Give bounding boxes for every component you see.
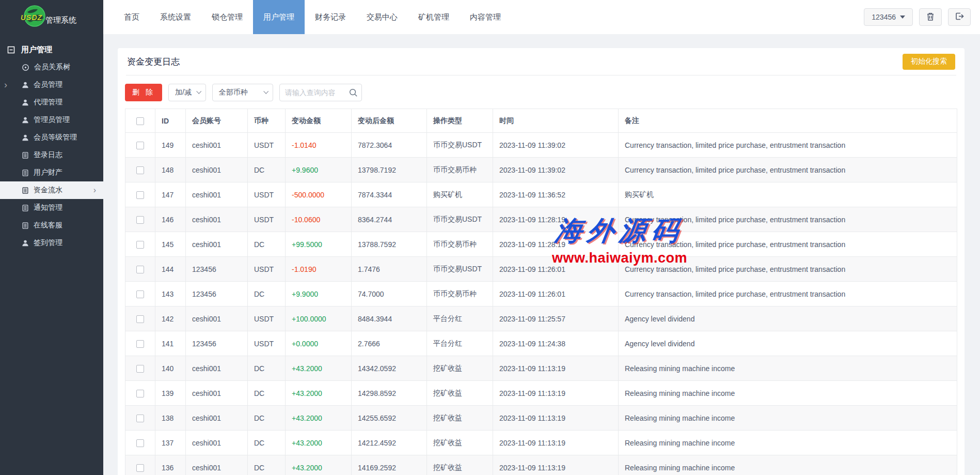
sidebar-item[interactable]: 资金流水› (0, 181, 103, 199)
row-select-cell (125, 381, 155, 406)
delete-button[interactable]: 删 除 (125, 84, 162, 101)
column-header: 时间 (493, 109, 619, 133)
cell-time: 2023-11-09 11:39:02 (493, 133, 619, 158)
table-row: 144123456USDT-1.01901.7476币币交易USDT2023-1… (125, 257, 957, 282)
header-divider (126, 75, 956, 75)
app-logo: USDZ 管理系统 (0, 0, 103, 34)
row-select-cell (125, 182, 155, 207)
column-header: 会员账号 (186, 109, 248, 133)
table-row: 137ceshi001DC+43.200014212.4592挖矿收益2023-… (125, 431, 957, 455)
cell-coin: DC (248, 381, 286, 406)
row-checkbox[interactable] (136, 290, 144, 298)
cell-coin: DC (248, 406, 286, 431)
nav-tab[interactable]: 首页 (114, 0, 150, 34)
sidebar-item[interactable]: 管理员管理 (0, 111, 103, 129)
row-checkbox[interactable] (136, 415, 144, 422)
nav-tab[interactable]: 内容管理 (460, 0, 511, 34)
cell-id: 141 (155, 331, 186, 356)
column-header: 操作类型 (427, 109, 493, 133)
cell-balance: 14255.6592 (352, 406, 427, 431)
nav-tab[interactable]: 交易中心 (356, 0, 408, 34)
select-all-checkbox[interactable] (136, 117, 144, 125)
sidebar-item[interactable]: 通知管理 (0, 199, 103, 217)
coin-filter-select[interactable]: 全部币种 (212, 84, 273, 101)
sidebar-item[interactable]: 会员关系树 (0, 58, 103, 76)
column-header: 变动金额 (286, 109, 352, 133)
sidebar-item[interactable]: 登录日志 (0, 146, 103, 164)
cell-account: ceshi001 (186, 431, 248, 455)
cell-coin: USDT (248, 257, 286, 282)
cell-account: ceshi001 (186, 133, 248, 158)
init-search-button[interactable]: 初始化搜索 (903, 54, 955, 70)
row-checkbox[interactable] (136, 142, 144, 149)
row-select-cell (125, 455, 155, 475)
cell-account: ceshi001 (186, 356, 248, 381)
cell-remark: Agency level dividend (619, 331, 957, 356)
sidebar-item[interactable]: 签到管理 (0, 234, 103, 252)
sidebar-item[interactable]: 会员等级管理 (0, 129, 103, 146)
trash-button[interactable] (919, 8, 942, 26)
target-icon (22, 64, 29, 71)
sidebar-item[interactable]: 在线客服 (0, 217, 103, 234)
row-checkbox[interactable] (136, 266, 144, 273)
row-checkbox[interactable] (136, 464, 144, 472)
top-nav: 首页系统设置锁仓管理用户管理财务记录交易中心矿机管理内容管理 (114, 0, 511, 34)
chevron-right-icon[interactable]: › (4, 80, 7, 90)
cell-time: 2023-11-09 11:25:57 (493, 307, 619, 331)
cell-balance: 13798.7192 (352, 158, 427, 182)
cell-account: 123456 (186, 257, 248, 282)
nav-tab[interactable]: 锁仓管理 (201, 0, 253, 34)
cell-balance: 13788.7592 (352, 232, 427, 257)
row-checkbox[interactable] (136, 166, 144, 174)
row-select-cell (125, 133, 155, 158)
sidebar-item-label: 会员关系树 (34, 63, 70, 72)
sidebar-item[interactable]: 会员管理 (0, 76, 103, 94)
row-checkbox[interactable] (136, 439, 144, 447)
cell-id: 136 (155, 455, 186, 475)
row-checkbox[interactable] (136, 365, 144, 373)
nav-tab[interactable]: 系统设置 (150, 0, 201, 34)
table-header-row: ID会员账号币种变动金额变动后金额操作类型时间备注 (125, 109, 957, 133)
row-checkbox[interactable] (136, 191, 144, 199)
cell-balance: 14169.2592 (352, 455, 427, 475)
card-header: 资金变更日志 初始化搜索 (125, 48, 957, 75)
cell-remark: Currency transaction, limited price purc… (619, 158, 957, 182)
cell-time: 2023-11-09 11:36:52 (493, 182, 619, 207)
sign-filter-select[interactable]: 加/减 (168, 84, 206, 101)
table-row: 140ceshi001DC+43.200014342.0592挖矿收益2023-… (125, 356, 957, 381)
column-header: 备注 (619, 109, 957, 133)
nav-tab[interactable]: 用户管理 (253, 0, 305, 34)
cell-change: +9.9000 (286, 282, 352, 307)
cell-account: ceshi001 (186, 232, 248, 257)
sidebar-item-label: 登录日志 (34, 150, 62, 160)
nav-tab[interactable]: 矿机管理 (408, 0, 460, 34)
cell-remark: Currency transaction, limited price purc… (619, 257, 957, 282)
cell-op: 币币交易币种 (427, 232, 493, 257)
top-bar: USDZ 管理系统 首页系统设置锁仓管理用户管理财务记录交易中心矿机管理内容管理… (0, 0, 980, 34)
row-checkbox[interactable] (136, 390, 144, 397)
user-menu-button[interactable]: 123456 (864, 8, 913, 26)
row-checkbox[interactable] (136, 340, 144, 348)
sidebar-item[interactable]: 代理管理 (0, 94, 103, 111)
nav-tab[interactable]: 财务记录 (305, 0, 356, 34)
cell-change: +43.2000 (286, 406, 352, 431)
cell-remark: Releasing mining machine income (619, 431, 957, 455)
cell-id: 139 (155, 381, 186, 406)
sidebar-item[interactable]: 用户财产 (0, 164, 103, 181)
row-select-cell (125, 331, 155, 356)
table-row: 149ceshi001USDT-1.01407872.3064币币交易USDT2… (125, 133, 957, 158)
cell-balance: 8484.3944 (352, 307, 427, 331)
row-checkbox[interactable] (136, 241, 144, 249)
cell-change: +0.0000 (286, 331, 352, 356)
cell-remark: 购买矿机 (619, 182, 957, 207)
sidebar-item-label: 资金流水 (34, 186, 62, 195)
row-checkbox[interactable] (136, 216, 144, 224)
logout-button[interactable] (948, 8, 971, 26)
cell-id: 145 (155, 232, 186, 257)
trash-icon (926, 12, 935, 23)
cell-coin: USDT (248, 307, 286, 331)
cell-balance: 14212.4592 (352, 431, 427, 455)
row-checkbox[interactable] (136, 315, 144, 323)
cell-op: 币币交易USDT (427, 257, 493, 282)
sidebar-section-header[interactable]: 用户管理 (0, 41, 103, 58)
